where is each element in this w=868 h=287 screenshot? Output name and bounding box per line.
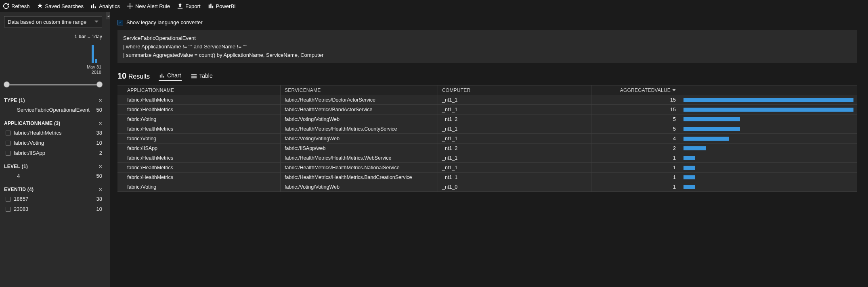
column-header-applicationname[interactable]: APPLICATIONNAME <box>123 85 281 95</box>
powerbi-button[interactable]: PowerBI <box>208 3 236 9</box>
cell-servicename: fabric:/Voting/VotingWeb <box>281 134 438 143</box>
cell-aggregatedvalue: 2 <box>591 144 680 153</box>
aggregated-bar <box>683 117 740 121</box>
facet-item-label: fabric:/HealthMetrics <box>14 130 61 136</box>
close-icon[interactable]: × <box>99 98 102 103</box>
time-range-dropdown[interactable]: Data based on custom time range <box>4 16 102 27</box>
facet-item-label: fabric:/Voting <box>14 140 44 146</box>
sidebar-collapse-button[interactable]: ◂ <box>106 12 110 19</box>
main-panel: ✓ Show legacy language converter Service… <box>110 12 868 287</box>
cell-servicename: fabric:/HealthMetrics/HealthMetrics.Nati… <box>281 163 438 172</box>
table-row[interactable]: fabric:/HealthMetricsfabric:/HealthMetri… <box>117 124 857 134</box>
cell-applicationname: fabric:/IISApp <box>123 144 281 153</box>
results-bar: 10 Results Chart Table <box>117 63 868 83</box>
cell-applicationname: fabric:/HealthMetrics <box>123 163 281 172</box>
close-icon[interactable]: × <box>99 121 102 126</box>
table-row[interactable]: fabric:/Votingfabric:/Voting/VotingWeb_n… <box>117 134 857 144</box>
sidebar-collapse-strip: ◂ <box>106 12 110 287</box>
analytics-button[interactable]: Analytics <box>91 3 120 9</box>
time-histogram[interactable] <box>4 41 102 63</box>
export-button[interactable]: Export <box>177 3 201 9</box>
table-row[interactable]: fabric:/HealthMetricsfabric:/HealthMetri… <box>117 95 857 105</box>
refresh-label: Refresh <box>11 3 30 9</box>
slider-handle-end[interactable] <box>96 81 103 87</box>
facet-item-count: 10 <box>96 140 102 146</box>
cell-servicename: fabric:/Voting/VotingWeb <box>281 114 438 124</box>
refresh-button[interactable]: Refresh <box>3 3 30 9</box>
facet-header[interactable]: LEVEL (1)× <box>0 162 106 171</box>
cell-applicationname: fabric:/HealthMetrics <box>123 153 281 162</box>
facet-title: EVENTID (4) <box>4 187 34 192</box>
cell-bar <box>680 173 857 182</box>
aggregated-bar <box>683 175 695 179</box>
saved-searches-button[interactable]: Saved Searches <box>37 3 84 9</box>
cell-applicationname: fabric:/HealthMetrics <box>123 105 281 114</box>
facet-title: LEVEL (1) <box>4 164 28 169</box>
facet-header[interactable]: TYPE (1)× <box>0 96 106 105</box>
table-view-tab[interactable]: Table <box>191 71 213 81</box>
checkbox-icon <box>6 141 10 146</box>
facet-item[interactable]: fabric:/Voting10 <box>0 138 106 148</box>
cell-applicationname: fabric:/HealthMetrics <box>123 124 281 133</box>
facet-item[interactable]: 1865738 <box>0 194 106 204</box>
facet-item[interactable]: 2308310 <box>0 204 106 214</box>
cell-bar <box>680 144 857 153</box>
facet-item-label: ServiceFabricOperationalEvent <box>17 107 90 113</box>
checkbox-icon: ✓ <box>117 20 123 25</box>
cell-computer: _nt1_1 <box>438 134 591 143</box>
facet-item[interactable]: 450 <box>0 171 106 181</box>
cell-aggregatedvalue: 1 <box>591 163 680 172</box>
chart-view-tab[interactable]: Chart <box>159 71 182 81</box>
powerbi-label: PowerBI <box>216 3 236 9</box>
column-header-computer[interactable]: COMPUTER <box>438 85 591 95</box>
legacy-converter-toggle[interactable]: ✓ Show legacy language converter <box>117 12 868 30</box>
histogram-date: May 31 2018 <box>0 63 106 75</box>
checkbox-icon <box>6 197 10 202</box>
time-range-label: Data based on custom time range <box>8 19 86 25</box>
facet-group: EVENTID (4)×18657382308310 <box>0 185 106 214</box>
facet-header[interactable]: EVENTID (4)× <box>0 185 106 194</box>
query-editor[interactable]: ServiceFabricOperationalEvent | where Ap… <box>117 30 857 63</box>
aggregated-bar <box>683 108 853 112</box>
facet-item-label: 23083 <box>14 206 28 212</box>
aggregated-bar <box>683 146 706 150</box>
cell-aggregatedvalue: 1 <box>591 182 680 191</box>
close-icon[interactable]: × <box>99 164 102 169</box>
aggregated-bar <box>683 127 740 131</box>
table-row[interactable]: fabric:/HealthMetricsfabric:/HealthMetri… <box>117 105 857 114</box>
cell-applicationname: fabric:/Voting <box>123 182 281 191</box>
table-row[interactable]: fabric:/IISAppfabric:/IISApp/web_nt1_22 <box>117 144 857 153</box>
cell-servicename: fabric:/HealthMetrics/DoctorActorService <box>281 95 438 104</box>
cell-aggregatedvalue: 5 <box>591 124 680 133</box>
cell-aggregatedvalue: 15 <box>591 105 680 114</box>
column-header-servicename[interactable]: SERVICENAME <box>281 85 438 95</box>
facet-item[interactable]: fabric:/HealthMetrics38 <box>0 128 106 138</box>
query-line: | where ApplicationName != "" and Servic… <box>123 43 851 51</box>
facet-group: TYPE (1)×ServiceFabricOperationalEvent50 <box>0 96 106 115</box>
table-row[interactable]: fabric:/HealthMetricsfabric:/HealthMetri… <box>117 163 857 173</box>
facet-header[interactable]: APPLICATIONNAME (3)× <box>0 119 106 128</box>
facet-group: LEVEL (1)×450 <box>0 162 106 181</box>
time-range-slider[interactable] <box>5 81 101 89</box>
column-header-aggregatedvalue[interactable]: AGGREGATEDVALUE <box>591 85 680 95</box>
query-line: | summarize AggregatedValue = count() by… <box>123 51 851 60</box>
facet-item-count: 50 <box>96 107 102 113</box>
query-line: ServiceFabricOperationalEvent <box>123 34 851 43</box>
cell-bar <box>680 95 857 104</box>
close-icon[interactable]: × <box>99 187 102 192</box>
new-alert-rule-label: New Alert Rule <box>135 3 170 9</box>
table-row[interactable]: fabric:/HealthMetricsfabric:/HealthMetri… <box>117 173 857 182</box>
cell-bar <box>680 114 857 124</box>
table-row[interactable]: fabric:/Votingfabric:/Voting/VotingWeb_n… <box>117 182 857 192</box>
cell-computer: _nt1_1 <box>438 163 591 172</box>
new-alert-rule-button[interactable]: New Alert Rule <box>127 3 170 9</box>
slider-handle-start[interactable] <box>4 81 10 87</box>
table-row[interactable]: fabric:/HealthMetricsfabric:/HealthMetri… <box>117 153 857 163</box>
facet-item[interactable]: fabric:/IISApp2 <box>0 148 106 158</box>
facet-item[interactable]: ServiceFabricOperationalEvent50 <box>0 105 106 115</box>
cell-bar <box>680 124 857 133</box>
export-icon <box>177 3 183 9</box>
sort-desc-icon <box>672 88 676 92</box>
cell-applicationname: fabric:/HealthMetrics <box>123 173 281 182</box>
table-row[interactable]: fabric:/Votingfabric:/Voting/VotingWeb_n… <box>117 114 857 124</box>
